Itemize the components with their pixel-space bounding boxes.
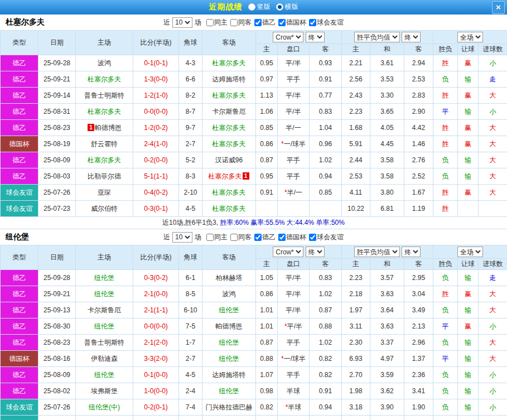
odds-company-select[interactable]: Crow* xyxy=(273,247,303,257)
result-handicap: 输 xyxy=(458,367,479,383)
team-sections: 杜塞尔多夫 近 10 场 同主同客德乙德国杯球会友谊 类型 日期 xyxy=(0,15,507,420)
games-suffix-label: 场 xyxy=(195,233,201,242)
checkbox-input[interactable] xyxy=(230,19,238,26)
red-card-badge: 1 xyxy=(243,172,249,180)
checkbox-input[interactable] xyxy=(230,234,238,241)
scope-header: 全场 xyxy=(433,245,507,259)
odds-away: 1.02 xyxy=(310,335,342,351)
odds-home: 0.88 xyxy=(256,351,278,367)
match-date: 25-08-03 xyxy=(38,168,76,185)
filter-checkbox[interactable]: 德乙 xyxy=(254,18,276,27)
close-button[interactable]: × xyxy=(492,1,505,14)
checkbox-input[interactable] xyxy=(309,234,316,241)
avg-draw: 3.53 xyxy=(370,71,404,88)
handicap xyxy=(278,416,310,420)
filter-checkbox[interactable]: 同客 xyxy=(230,18,252,27)
filter-checkbox[interactable]: 德国杯 xyxy=(278,233,306,242)
checkbox-input[interactable] xyxy=(206,234,214,241)
filter-checkbox[interactable]: 球会友谊 xyxy=(309,18,344,27)
checkbox-input[interactable] xyxy=(206,19,214,26)
avg-lose: 3.49 xyxy=(404,302,433,318)
layout-radio-option[interactable]: 竖版 xyxy=(248,2,271,12)
match-date: 25-07-26 xyxy=(38,399,76,416)
home-team: 威尔伯特 xyxy=(76,201,133,217)
col-header-date: 日期 xyxy=(38,245,76,270)
odds-away: 0.83 xyxy=(310,104,342,120)
home-team: 普鲁士明斯特 xyxy=(76,88,133,104)
home-team: 纽伦堡 xyxy=(76,286,133,302)
checkbox-input[interactable] xyxy=(309,19,316,26)
col-header-away: 客场 xyxy=(202,245,256,270)
europe-avg-select[interactable]: 胜平负均值 xyxy=(354,32,400,42)
odds-final-select[interactable]: 终 xyxy=(306,32,325,42)
avg-lose: 2.52 xyxy=(404,168,433,185)
avg-win xyxy=(342,416,370,420)
checkbox-label: 球会友谊 xyxy=(317,18,344,27)
filter-checkbox[interactable]: 德国杯 xyxy=(278,18,306,27)
away-team: 帕德博恩 xyxy=(202,318,256,335)
result-handicap: 赢 xyxy=(458,88,479,104)
handicap: *一/球半 xyxy=(278,351,310,367)
team-label: 汉诺威96 xyxy=(215,156,243,164)
sub-header-handicap: 盘口 xyxy=(278,44,310,55)
result-goals: 小 xyxy=(479,104,507,120)
filter-checkbox[interactable]: 同主 xyxy=(206,18,228,27)
avg-win: 2.44 xyxy=(342,152,370,168)
checkbox-input[interactable] xyxy=(278,234,286,241)
match-type: 德乙 xyxy=(1,335,38,351)
checkbox-input[interactable] xyxy=(254,234,262,241)
odds-final-select[interactable]: 终 xyxy=(306,247,325,257)
layout-radio-selected[interactable]: 横版 xyxy=(276,2,298,12)
result-goals xyxy=(479,416,507,420)
checkbox-label: 同主 xyxy=(214,18,228,27)
match-type: 德乙 xyxy=(1,270,38,286)
europe-final-select[interactable]: 终 xyxy=(402,247,421,257)
filter-checkbox[interactable]: 球会友谊 xyxy=(309,233,344,242)
match-date: 25-08-31 xyxy=(38,104,76,120)
sub-header-odds-home: 主 xyxy=(256,259,278,270)
home-team: 纽伦堡 xyxy=(76,270,133,286)
result-handicap: 赢 xyxy=(458,286,479,302)
summary-segment: 大:44.4% xyxy=(287,219,316,226)
match-count-select[interactable]: 10 xyxy=(172,17,192,28)
home-team: 波鸿 xyxy=(76,55,133,71)
result-handicap: 输 xyxy=(458,168,479,185)
home-team: 舒云霍特 xyxy=(76,136,133,152)
scope-select[interactable]: 全场 xyxy=(457,247,483,257)
odds-away: 0.94 xyxy=(310,399,342,416)
europe-avg-select[interactable]: 胜平负均值 xyxy=(354,247,400,257)
result-wdl: 负 xyxy=(433,335,458,351)
avg-win: 2.30 xyxy=(342,335,370,351)
team-label: 杜塞尔多夫 xyxy=(213,124,246,132)
match-type: 德乙 xyxy=(1,286,38,302)
team-label: 舒云霍特 xyxy=(91,140,118,148)
odds-home: 1.06 xyxy=(256,104,278,120)
checkbox-input[interactable] xyxy=(278,19,286,26)
filter-checkbox[interactable]: 德乙 xyxy=(254,233,276,242)
avg-draw: 3.63 xyxy=(370,318,404,335)
odds-company-select[interactable]: Crow* xyxy=(273,32,303,42)
team-label: 帕德博恩 xyxy=(95,124,122,132)
radio-icon xyxy=(276,3,283,11)
result-wdl: 胜 xyxy=(433,88,458,104)
match-count-select[interactable]: 10 xyxy=(172,232,192,243)
handicap: 平/半 xyxy=(278,286,310,302)
filter-checkbox[interactable]: 同客 xyxy=(230,233,252,242)
header-row-top: 类型 日期 主场 比分(半场) 角球 客场 Crow* 终 胜平负均值 终 xyxy=(1,245,507,259)
result-goals: 走 xyxy=(479,270,507,286)
filter-checkbox[interactable]: 同主 xyxy=(206,233,228,242)
avg-draw: 3.62 xyxy=(370,383,404,399)
odds-home: 1.13 xyxy=(256,88,278,104)
handicap: 平/半 xyxy=(278,55,310,71)
scope-select[interactable]: 全场 xyxy=(457,32,483,42)
match-date: 25-08-16 xyxy=(38,351,76,367)
checkbox-input[interactable] xyxy=(254,19,262,26)
avg-lose: 2.36 xyxy=(404,367,433,383)
corners: 2-7 xyxy=(179,136,202,152)
score: 1-3(0-0) xyxy=(133,71,179,88)
score: 0-0(0-0) xyxy=(133,318,179,335)
europe-final-select[interactable]: 终 xyxy=(402,32,421,42)
match-type: 德乙 xyxy=(1,152,38,168)
team-label: 杜塞尔多夫 xyxy=(209,172,242,180)
result-handicap: 输 xyxy=(458,383,479,399)
